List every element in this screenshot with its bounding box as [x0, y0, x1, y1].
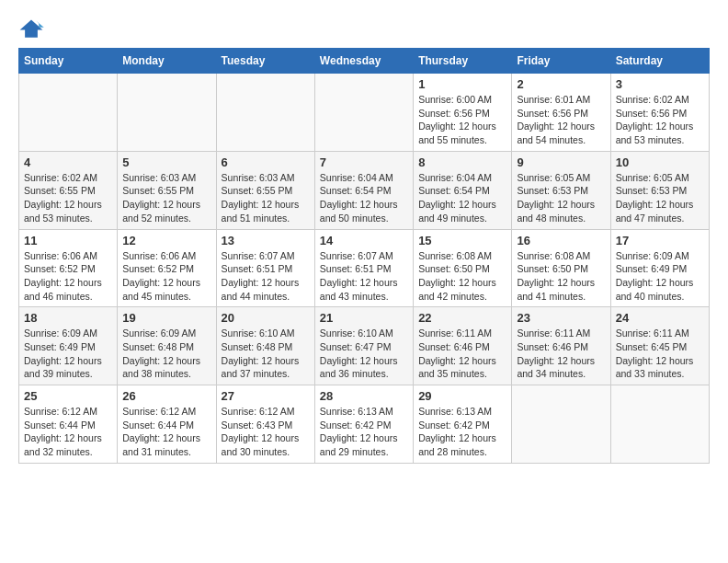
day-cell-3: 3Sunrise: 6:02 AMSunset: 6:56 PMDaylight… — [610, 74, 709, 152]
day-number: 3 — [616, 77, 704, 91]
logo-icon — [18, 18, 44, 39]
day-cell-9: 9Sunrise: 6:05 AMSunset: 6:53 PMDaylight… — [512, 151, 610, 229]
day-info: Sunrise: 6:12 AMSunset: 6:43 PMDaylight:… — [222, 405, 310, 459]
day-cell-18: 18Sunrise: 6:09 AMSunset: 6:49 PMDayligh… — [19, 307, 118, 385]
day-info: Sunrise: 6:12 AMSunset: 6:44 PMDaylight:… — [24, 405, 112, 459]
day-cell-22: 22Sunrise: 6:11 AMSunset: 6:46 PMDayligh… — [414, 307, 512, 385]
day-cell-21: 21Sunrise: 6:10 AMSunset: 6:47 PMDayligh… — [314, 307, 413, 385]
day-info: Sunrise: 6:09 AMSunset: 6:48 PMDaylight:… — [122, 327, 210, 381]
day-cell-15: 15Sunrise: 6:08 AMSunset: 6:50 PMDayligh… — [414, 229, 512, 307]
day-header-thursday: Thursday — [414, 49, 512, 74]
day-number: 17 — [616, 234, 704, 247]
day-number: 4 — [24, 155, 112, 169]
day-number: 19 — [122, 311, 210, 325]
day-info: Sunrise: 6:13 AMSunset: 6:42 PMDaylight:… — [320, 405, 408, 459]
day-cell-19: 19Sunrise: 6:09 AMSunset: 6:48 PMDayligh… — [118, 307, 216, 385]
day-number: 15 — [418, 234, 506, 247]
day-cell-16: 16Sunrise: 6:08 AMSunset: 6:50 PMDayligh… — [512, 229, 610, 307]
day-info: Sunrise: 6:05 AMSunset: 6:53 PMDaylight:… — [616, 171, 704, 225]
day-number: 8 — [418, 155, 506, 169]
week-row-5: 25Sunrise: 6:12 AMSunset: 6:44 PMDayligh… — [19, 385, 710, 464]
day-cell-12: 12Sunrise: 6:06 AMSunset: 6:52 PMDayligh… — [118, 229, 216, 307]
day-info: Sunrise: 6:12 AMSunset: 6:44 PMDaylight:… — [122, 405, 210, 459]
week-row-1: 1Sunrise: 6:00 AMSunset: 6:56 PMDaylight… — [19, 74, 710, 152]
day-cell-7: 7Sunrise: 6:04 AMSunset: 6:54 PMDaylight… — [314, 151, 413, 229]
day-info: Sunrise: 6:02 AMSunset: 6:56 PMDaylight:… — [616, 93, 704, 147]
day-header-sunday: Sunday — [19, 49, 118, 74]
day-info: Sunrise: 6:04 AMSunset: 6:54 PMDaylight:… — [418, 171, 506, 225]
day-number: 2 — [517, 77, 605, 91]
day-number: 25 — [24, 389, 112, 403]
day-header-row: SundayMondayTuesdayWednesdayThursdayFrid… — [19, 49, 710, 74]
day-cell-25: 25Sunrise: 6:12 AMSunset: 6:44 PMDayligh… — [19, 385, 118, 464]
day-info: Sunrise: 6:13 AMSunset: 6:42 PMDaylight:… — [418, 405, 506, 459]
day-number: 24 — [616, 311, 704, 325]
day-header-wednesday: Wednesday — [314, 49, 413, 74]
day-cell-10: 10Sunrise: 6:05 AMSunset: 6:53 PMDayligh… — [610, 151, 709, 229]
empty-cell — [610, 385, 709, 464]
day-info: Sunrise: 6:11 AMSunset: 6:46 PMDaylight:… — [418, 327, 506, 381]
day-cell-11: 11Sunrise: 6:06 AMSunset: 6:52 PMDayligh… — [19, 229, 118, 307]
day-cell-13: 13Sunrise: 6:07 AMSunset: 6:51 PMDayligh… — [216, 229, 314, 307]
day-number: 22 — [418, 311, 506, 325]
day-info: Sunrise: 6:09 AMSunset: 6:49 PMDaylight:… — [616, 249, 704, 304]
day-info: Sunrise: 6:08 AMSunset: 6:50 PMDaylight:… — [517, 249, 605, 304]
day-number: 14 — [320, 234, 408, 247]
day-info: Sunrise: 6:11 AMSunset: 6:45 PMDaylight:… — [616, 327, 704, 381]
svg-marker-0 — [20, 19, 43, 37]
day-number: 29 — [418, 389, 506, 403]
day-number: 11 — [24, 234, 112, 247]
day-cell-27: 27Sunrise: 6:12 AMSunset: 6:43 PMDayligh… — [216, 385, 314, 464]
day-cell-24: 24Sunrise: 6:11 AMSunset: 6:45 PMDayligh… — [610, 307, 709, 385]
logo — [18, 18, 48, 39]
day-info: Sunrise: 6:10 AMSunset: 6:48 PMDaylight:… — [222, 327, 310, 381]
day-info: Sunrise: 6:00 AMSunset: 6:56 PMDaylight:… — [418, 93, 506, 147]
day-info: Sunrise: 6:05 AMSunset: 6:53 PMDaylight:… — [517, 171, 605, 225]
day-info: Sunrise: 6:06 AMSunset: 6:52 PMDaylight:… — [24, 249, 112, 304]
day-info: Sunrise: 6:09 AMSunset: 6:49 PMDaylight:… — [24, 327, 112, 381]
day-info: Sunrise: 6:03 AMSunset: 6:55 PMDaylight:… — [122, 171, 210, 225]
day-cell-1: 1Sunrise: 6:00 AMSunset: 6:56 PMDaylight… — [414, 74, 512, 152]
day-number: 10 — [616, 155, 704, 169]
day-cell-2: 2Sunrise: 6:01 AMSunset: 6:56 PMDaylight… — [512, 74, 610, 152]
day-cell-28: 28Sunrise: 6:13 AMSunset: 6:42 PMDayligh… — [314, 385, 413, 464]
day-cell-23: 23Sunrise: 6:11 AMSunset: 6:46 PMDayligh… — [512, 307, 610, 385]
day-number: 23 — [517, 311, 605, 325]
day-cell-6: 6Sunrise: 6:03 AMSunset: 6:55 PMDaylight… — [216, 151, 314, 229]
day-number: 26 — [122, 389, 210, 403]
day-header-friday: Friday — [512, 49, 610, 74]
day-number: 6 — [222, 155, 310, 169]
day-cell-4: 4Sunrise: 6:02 AMSunset: 6:55 PMDaylight… — [19, 151, 118, 229]
day-number: 16 — [517, 234, 605, 247]
day-cell-17: 17Sunrise: 6:09 AMSunset: 6:49 PMDayligh… — [610, 229, 709, 307]
day-number: 20 — [222, 311, 310, 325]
day-number: 9 — [517, 155, 605, 169]
day-number: 18 — [24, 311, 112, 325]
day-info: Sunrise: 6:02 AMSunset: 6:55 PMDaylight:… — [24, 171, 112, 225]
day-info: Sunrise: 6:03 AMSunset: 6:55 PMDaylight:… — [222, 171, 310, 225]
day-info: Sunrise: 6:06 AMSunset: 6:52 PMDaylight:… — [122, 249, 210, 304]
day-cell-14: 14Sunrise: 6:07 AMSunset: 6:51 PMDayligh… — [314, 229, 413, 307]
day-number: 1 — [418, 77, 506, 91]
day-number: 21 — [320, 311, 408, 325]
empty-cell — [512, 385, 610, 464]
day-info: Sunrise: 6:08 AMSunset: 6:50 PMDaylight:… — [418, 249, 506, 304]
day-number: 13 — [222, 234, 310, 247]
day-number: 7 — [320, 155, 408, 169]
empty-cell — [216, 74, 314, 152]
week-row-4: 18Sunrise: 6:09 AMSunset: 6:49 PMDayligh… — [19, 307, 710, 385]
page-header — [18, 18, 710, 39]
day-info: Sunrise: 6:11 AMSunset: 6:46 PMDaylight:… — [517, 327, 605, 381]
day-number: 5 — [122, 155, 210, 169]
day-cell-29: 29Sunrise: 6:13 AMSunset: 6:42 PMDayligh… — [414, 385, 512, 464]
day-info: Sunrise: 6:07 AMSunset: 6:51 PMDaylight:… — [222, 249, 310, 304]
calendar-table: SundayMondayTuesdayWednesdayThursdayFrid… — [18, 48, 710, 464]
week-row-2: 4Sunrise: 6:02 AMSunset: 6:55 PMDaylight… — [19, 151, 710, 229]
empty-cell — [19, 74, 118, 152]
empty-cell — [314, 74, 413, 152]
day-cell-26: 26Sunrise: 6:12 AMSunset: 6:44 PMDayligh… — [118, 385, 216, 464]
day-info: Sunrise: 6:10 AMSunset: 6:47 PMDaylight:… — [320, 327, 408, 381]
day-cell-5: 5Sunrise: 6:03 AMSunset: 6:55 PMDaylight… — [118, 151, 216, 229]
day-number: 27 — [222, 389, 310, 403]
day-info: Sunrise: 6:01 AMSunset: 6:56 PMDaylight:… — [517, 93, 605, 147]
